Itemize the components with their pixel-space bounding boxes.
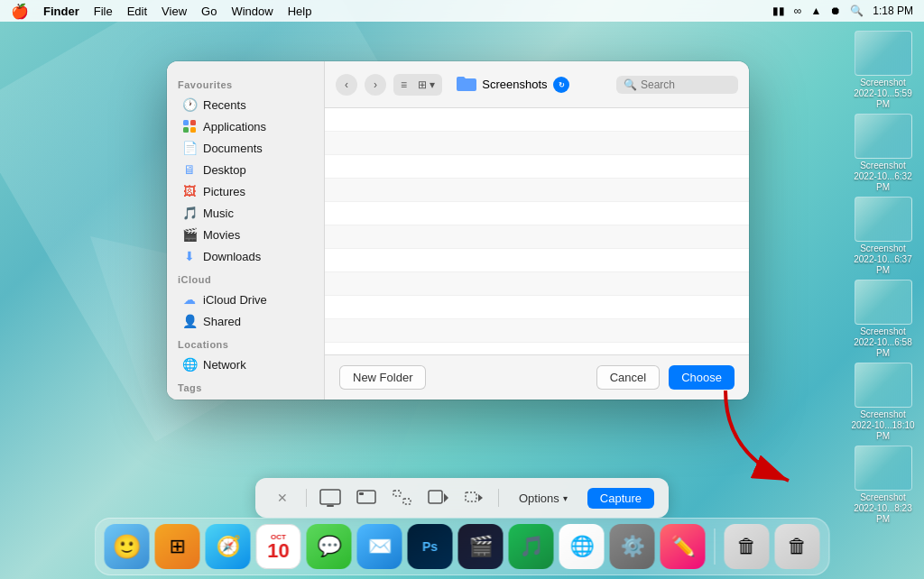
folder-badge: ↻ — [553, 77, 569, 93]
fullscreen-capture-button[interactable] — [318, 485, 343, 510]
sidebar-tags-label: Tags — [167, 375, 324, 397]
sidebar-item-desktop[interactable]: 🖥 Desktop — [171, 159, 320, 180]
menu-edit[interactable]: Edit — [127, 5, 147, 18]
menu-finder[interactable]: Finder — [43, 5, 79, 18]
screen-video-button[interactable] — [426, 485, 451, 510]
dock-icon-claquette[interactable]: 🎬 — [458, 524, 504, 569]
dock-icon-trash-full[interactable]: 🗑 — [775, 524, 820, 569]
sidebar-item-music[interactable]: 🎵 Music — [171, 202, 320, 224]
sidebar-item-downloads[interactable]: ⬇ Downloads — [171, 245, 320, 267]
applications-icon — [181, 118, 198, 134]
desktop-icon-thumb-1 — [855, 31, 912, 76]
menubar-infinity-icon: ∞ — [794, 5, 802, 17]
options-chevron-icon: ▾ — [563, 493, 568, 503]
file-row-3 — [325, 155, 749, 179]
choose-button[interactable]: Choose — [669, 365, 735, 390]
downloads-icon: ⬇ — [181, 248, 198, 264]
view-buttons: ≡ ⊞ ▾ — [393, 74, 442, 96]
menu-help[interactable]: Help — [288, 5, 312, 18]
dock-icon-finder[interactable]: 🙂 — [105, 524, 150, 569]
svg-marker-14 — [444, 493, 448, 502]
desktop-icons-container: Screenshot2022-10...5:59 PM Screenshot20… — [849, 31, 917, 525]
dock-icon-vectornator[interactable]: ✏️ — [661, 524, 706, 569]
sidebar-item-recents[interactable]: 🕐 Recents — [171, 94, 320, 115]
file-row-5 — [325, 202, 749, 225]
back-button[interactable]: ‹ — [336, 74, 357, 96]
sidebar-item-recents-label: Recents — [203, 98, 246, 112]
dock-icon-chrome[interactable]: 🌐 — [559, 524, 605, 569]
trash-full-icon: 🗑 — [788, 535, 808, 558]
desktop: 🍎 Finder File Edit View Go Window Help ▮… — [0, 0, 924, 579]
menubar-screenrecord-icon: ⏺ — [830, 5, 841, 17]
claquette-icon: 🎬 — [468, 535, 493, 558]
network-icon: 🌐 — [181, 356, 198, 372]
mail-icon: ✉️ — [367, 535, 392, 558]
svg-rect-12 — [403, 499, 411, 504]
desktop-icon-thumb-2 — [855, 114, 912, 159]
sidebar-item-icloud-drive-label: iCloud Drive — [203, 293, 267, 307]
sidebar-item-documents[interactable]: 📄 Documents — [171, 137, 320, 159]
dock-icon-messages[interactable]: 💬 — [307, 524, 352, 569]
sidebar-item-pictures[interactable]: 🖼 Pictures — [171, 180, 320, 202]
dock-icon-trash-empty[interactable]: 🗑 — [725, 524, 770, 569]
svg-rect-2 — [183, 127, 189, 133]
sidebar-item-downloads-label: Downloads — [203, 250, 261, 263]
desktop-icon-1[interactable]: Screenshot2022-10...5:59 PM — [849, 31, 917, 110]
sidebar-item-shared[interactable]: 👤 Shared — [171, 310, 320, 332]
desktop-icon-thumb-3 — [855, 197, 912, 242]
music-icon: 🎵 — [181, 205, 198, 221]
desktop-icon-label-4: Screenshot2022-10...6:58 PM — [849, 326, 917, 359]
options-button[interactable]: Options ▾ — [510, 488, 577, 509]
recents-icon: 🕐 — [181, 96, 198, 113]
dock: 🙂 ⊞ 🧭 OCT 10 💬 ✉️ Ps 🎬 🎵 🌐 ⚙ — [95, 518, 830, 575]
new-folder-button[interactable]: New Folder — [339, 365, 426, 390]
cancel-button[interactable]: Cancel — [596, 365, 660, 390]
file-row-7 — [325, 249, 749, 272]
sidebar-item-network[interactable]: 🌐 Network — [171, 354, 320, 375]
apple-menu[interactable]: 🍎 — [11, 3, 29, 20]
menubar-search-icon[interactable]: 🔍 — [850, 5, 864, 17]
photoshop-icon: Ps — [422, 539, 438, 554]
desktop-icon-2[interactable]: Screenshot2022-10...6:32 PM — [849, 114, 917, 193]
dock-icon-photoshop[interactable]: Ps — [408, 524, 453, 569]
file-row-4 — [325, 179, 749, 202]
dock-icon-settings[interactable]: ⚙️ — [610, 524, 655, 569]
dock-icon-launchpad[interactable]: ⊞ — [155, 524, 200, 569]
desktop-icon-thumb-6 — [855, 446, 912, 491]
close-toolbar-button[interactable]: ✕ — [270, 485, 295, 510]
finder-dialog: Favourites 🕐 Recents Applications 📄 Docu… — [167, 61, 749, 400]
desktop-icon-6[interactable]: Screenshot2022-10...8:23 PM — [849, 446, 917, 525]
desktop-icon-4[interactable]: Screenshot2022-10...6:58 PM — [849, 280, 917, 359]
desktop-icon-3[interactable]: Screenshot2022-10...6:37 PM — [849, 197, 917, 276]
dock-icon-safari[interactable]: 🧭 — [206, 524, 251, 569]
svg-rect-15 — [466, 492, 476, 501]
menu-view[interactable]: View — [162, 5, 187, 18]
menu-go[interactable]: Go — [201, 5, 217, 18]
sidebar-item-desktop-label: Desktop — [203, 163, 246, 177]
forward-button[interactable]: › — [365, 74, 386, 96]
dock-icon-mail[interactable]: ✉️ — [357, 524, 402, 569]
menu-window[interactable]: Window — [231, 5, 273, 18]
window-video-button[interactable] — [462, 485, 487, 510]
selection-capture-button[interactable] — [390, 485, 415, 510]
sidebar-item-movies[interactable]: 🎬 Movies — [171, 224, 320, 245]
search-icon: 🔍 — [624, 78, 637, 91]
sidebar: Favourites 🕐 Recents Applications 📄 Docu… — [167, 61, 325, 400]
dock-icon-spotify[interactable]: 🎵 — [509, 524, 554, 569]
icloud-drive-icon: ☁ — [181, 291, 198, 308]
dock-icon-calendar[interactable]: OCT 10 — [256, 524, 301, 569]
current-folder: Screenshots ↻ — [457, 75, 568, 95]
grid-view-button[interactable]: ⊞ ▾ — [412, 76, 440, 94]
sidebar-item-icloud-drive[interactable]: ☁ iCloud Drive — [171, 289, 320, 310]
menu-file[interactable]: File — [94, 5, 113, 18]
desktop-icon-label-1: Screenshot2022-10...5:59 PM — [849, 78, 917, 110]
capture-button[interactable]: Capture — [587, 488, 654, 509]
documents-icon: 📄 — [181, 140, 198, 156]
sidebar-item-shared-label: Shared — [203, 315, 241, 328]
desktop-icon-5[interactable]: Screenshot2022-10...18:10 PM — [849, 363, 917, 442]
sidebar-item-applications[interactable]: Applications — [171, 115, 320, 137]
search-input[interactable] — [641, 78, 731, 91]
list-view-button[interactable]: ≡ — [395, 76, 412, 94]
window-capture-button[interactable] — [354, 485, 379, 510]
svg-rect-1 — [190, 120, 196, 125]
